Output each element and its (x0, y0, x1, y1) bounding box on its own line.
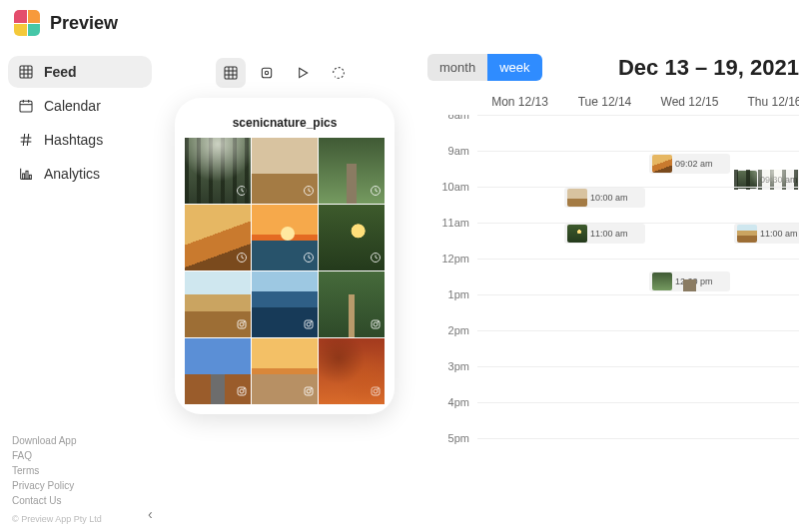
clock-icon (236, 183, 248, 201)
clock-icon (236, 250, 248, 267)
calendar-cell[interactable] (647, 330, 732, 366)
feed-tile[interactable] (252, 205, 318, 270)
calendar-panel: month week Dec 13 – 19, 2021 Mon 12/13Tu… (409, 54, 799, 532)
svg-line-28 (242, 191, 244, 192)
footer-link[interactable]: Download App (12, 433, 148, 448)
sidebar-item-feed[interactable]: Feed (8, 56, 152, 88)
calendar-cell[interactable] (562, 115, 647, 151)
calendar-cell[interactable] (732, 438, 799, 474)
calendar-cell[interactable] (477, 330, 562, 366)
calendar-event[interactable]: 12:20 pm (649, 271, 730, 291)
calendar-cell[interactable]: 10:00 am (562, 187, 647, 223)
calendar-cell[interactable]: 09:02 am (647, 151, 732, 187)
feed-tile[interactable] (185, 205, 251, 270)
calendar-cell[interactable]: 09:30 am (732, 151, 799, 187)
calendar-event[interactable]: 11:00 am (734, 224, 799, 244)
calendar-cell[interactable] (647, 294, 732, 330)
footer-link[interactable]: FAQ (12, 448, 148, 463)
calendar-cell[interactable] (477, 366, 562, 402)
sidebar-item-calendar[interactable]: Calendar (8, 90, 152, 122)
sidebar-item-label: Calendar (44, 98, 101, 114)
calendar-cell[interactable] (477, 438, 562, 474)
svg-point-48 (307, 322, 311, 326)
svg-rect-59 (372, 387, 380, 395)
footer-link[interactable]: Terms (12, 463, 148, 478)
event-time: 09:02 am (675, 159, 713, 169)
calendar-cell[interactable] (477, 223, 562, 259)
instagram-icon (370, 383, 382, 401)
footer-link[interactable]: Privacy Policy (12, 478, 148, 493)
feed-tile[interactable] (319, 138, 385, 204)
calendar-cell[interactable] (562, 402, 647, 438)
calendar-cell[interactable] (477, 151, 562, 187)
svg-point-52 (378, 321, 379, 322)
calendar-cell[interactable] (732, 330, 799, 366)
svg-point-26 (238, 187, 247, 196)
feed-toolbar (216, 58, 354, 88)
calendar-cell[interactable] (477, 187, 562, 223)
calendar-cell[interactable] (562, 151, 647, 187)
app-title: Preview (50, 13, 118, 34)
calendar-cell[interactable] (647, 402, 732, 438)
month-button[interactable]: month (427, 54, 487, 81)
feed-tile[interactable] (252, 338, 318, 404)
calendar-event[interactable]: 11:00 am (564, 224, 645, 244)
calendar-cell[interactable] (562, 259, 647, 294)
sidebar-item-hashtags[interactable]: Hashtags (8, 124, 152, 156)
calendar-event[interactable]: 10:00 am (564, 188, 645, 208)
calendar-event[interactable]: 09:02 am (649, 154, 730, 174)
feed-tile[interactable] (252, 138, 318, 204)
svg-rect-15 (23, 174, 25, 179)
feed-tile[interactable] (185, 138, 251, 204)
feed-tile[interactable] (252, 271, 318, 337)
feed-tile[interactable] (185, 338, 251, 404)
calendar-cell[interactable] (732, 366, 799, 402)
calendar-cell[interactable] (732, 115, 799, 151)
toolbar-story-icon[interactable] (252, 58, 282, 88)
hour-label: 3pm (427, 360, 477, 396)
sidebar-item-analytics[interactable]: Analytics (8, 158, 152, 190)
svg-point-46 (244, 321, 245, 322)
calendar-cell[interactable] (732, 294, 799, 330)
clock-icon (370, 183, 382, 201)
svg-point-60 (374, 389, 378, 393)
calendar-cell[interactable] (647, 366, 732, 402)
calendar-cell[interactable] (647, 115, 732, 151)
sidebar-item-label: Analytics (44, 166, 100, 182)
svg-line-40 (309, 258, 311, 259)
svg-rect-23 (262, 68, 271, 77)
calendar-cell[interactable] (562, 294, 647, 330)
calendar-cell[interactable] (477, 115, 562, 151)
phone-preview: scenicnature_pics (175, 98, 395, 414)
toolbar-grid-icon[interactable] (216, 58, 246, 88)
event-time: 11:00 am (590, 229, 628, 239)
instagram-icon (303, 316, 315, 334)
feed-tile[interactable] (185, 271, 251, 337)
calendar-cell[interactable] (732, 187, 799, 223)
chart-icon (18, 166, 34, 182)
sidebar-collapse-icon[interactable]: ‹ (148, 506, 153, 522)
calendar-cell[interactable]: 11:00 am (562, 223, 647, 259)
calendar-cell[interactable] (562, 330, 647, 366)
calendar-cell[interactable] (562, 366, 647, 402)
calendar-cell[interactable]: 11:00 am (732, 223, 799, 259)
calendar-cell[interactable] (647, 187, 732, 223)
calendar-cell[interactable] (477, 402, 562, 438)
feed-tile[interactable] (319, 271, 385, 337)
calendar-cell[interactable] (477, 259, 562, 294)
calendar-cell[interactable] (647, 438, 732, 474)
event-thumb (652, 155, 672, 173)
feed-tile[interactable] (319, 205, 385, 270)
feed-tile[interactable] (319, 338, 385, 404)
calendar-cell[interactable] (647, 223, 732, 259)
toolbar-play-icon[interactable] (288, 58, 318, 88)
calendar-cell[interactable]: 12:20 pm (647, 259, 732, 294)
toolbar-refresh-icon[interactable] (324, 58, 354, 88)
svg-rect-17 (29, 175, 31, 179)
calendar-cell[interactable] (732, 259, 799, 294)
calendar-cell[interactable] (732, 402, 799, 438)
calendar-cell[interactable] (477, 294, 562, 330)
week-button[interactable]: week (487, 54, 541, 81)
calendar-cell[interactable] (562, 438, 647, 474)
footer-link[interactable]: Contact Us (12, 493, 148, 508)
